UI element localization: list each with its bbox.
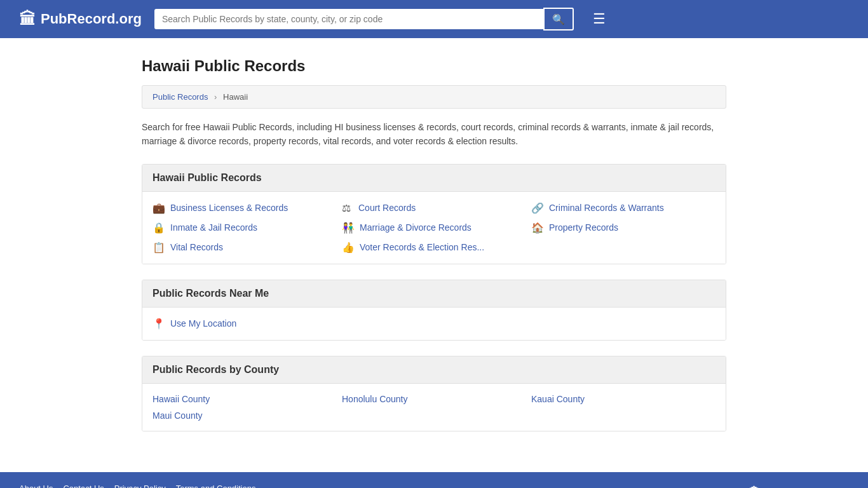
- footer-left: About Us Contact Us Privacy Policy Terms…: [19, 484, 342, 488]
- hamburger-button[interactable]: ☰: [593, 11, 606, 27]
- county-maui[interactable]: Maui County: [153, 410, 337, 421]
- record-vital-label: Vital Records: [170, 242, 223, 252]
- record-business-licenses[interactable]: 💼 Business Licenses & Records: [153, 202, 337, 214]
- record-business-label: Business Licenses & Records: [170, 203, 288, 213]
- link-icon: 🔗: [531, 202, 544, 214]
- record-property-label: Property Records: [549, 222, 618, 233]
- page-description: Search for free Hawaii Public Records, i…: [142, 120, 726, 149]
- county-heading: Public Records by County: [142, 356, 726, 384]
- page-title: Hawaii Public Records: [142, 57, 726, 75]
- footer: About Us Contact Us Privacy Policy Terms…: [0, 472, 868, 488]
- thumbsup-icon: 👍: [342, 241, 355, 254]
- clipboard-icon: 📋: [153, 241, 165, 254]
- hawaii-records-body: 💼 Business Licenses & Records ⚖ Court Re…: [142, 192, 726, 264]
- record-criminal-label: Criminal Records & Warrants: [549, 203, 664, 213]
- logo-icon: 🏛: [19, 10, 36, 29]
- footer-links: About Us Contact Us Privacy Policy Terms…: [19, 484, 342, 488]
- county-grid: Hawaii County Honolulu County Kauai Coun…: [153, 394, 715, 421]
- use-my-location-label: Use My Location: [170, 318, 236, 329]
- near-me-body: 📍 Use My Location: [142, 308, 726, 340]
- house-icon: 🏠: [531, 222, 544, 234]
- record-vital-records[interactable]: 📋 Vital Records: [153, 241, 337, 254]
- county-section: Public Records by County Hawaii County H…: [142, 356, 726, 431]
- couple-icon: 👫: [342, 222, 355, 234]
- record-voter-label: Voter Records & Election Res...: [360, 242, 484, 252]
- breadcrumb: Public Records › Hawaii: [142, 85, 726, 109]
- footer-privacy-link[interactable]: Privacy Policy: [114, 484, 166, 488]
- header: 🏛 PubRecord.org 🔍 ☰: [0, 0, 868, 38]
- logo[interactable]: 🏛 PubRecord.org: [19, 10, 142, 29]
- search-icon: 🔍: [552, 14, 565, 25]
- breadcrumb-separator: ›: [214, 92, 217, 102]
- hamburger-icon: ☰: [593, 11, 606, 27]
- record-criminal-records[interactable]: 🔗 Criminal Records & Warrants: [531, 202, 715, 214]
- scales-icon: ⚖: [342, 202, 353, 214]
- search-bar: 🔍: [154, 8, 574, 30]
- record-inmate-label: Inmate & Jail Records: [170, 222, 257, 233]
- hawaii-records-heading: Hawaii Public Records: [142, 165, 726, 192]
- record-court-records[interactable]: ⚖ Court Records: [342, 202, 526, 214]
- county-kauai[interactable]: Kauai County: [531, 394, 715, 404]
- footer-about-link[interactable]: About Us: [19, 484, 53, 488]
- lock-icon: 🔒: [153, 222, 165, 234]
- use-my-location-link[interactable]: 📍 Use My Location: [153, 318, 715, 330]
- hawaii-records-section: Hawaii Public Records 💼 Business License…: [142, 164, 726, 264]
- near-me-heading: Public Records Near Me: [142, 280, 726, 308]
- footer-contact-link[interactable]: Contact Us: [63, 484, 104, 488]
- search-button[interactable]: 🔍: [543, 8, 574, 30]
- county-hawaii[interactable]: Hawaii County: [153, 394, 337, 404]
- search-input[interactable]: [154, 9, 543, 29]
- breadcrumb-current: Hawaii: [223, 92, 248, 102]
- county-body: Hawaii County Honolulu County Kauai Coun…: [142, 384, 726, 431]
- logo-text: PubRecord.org: [41, 11, 142, 27]
- record-marriage-label: Marriage & Divorce Records: [360, 222, 471, 233]
- record-court-label: Court Records: [358, 203, 416, 213]
- footer-terms-link[interactable]: Terms and Conditions: [176, 484, 256, 488]
- record-marriage-records[interactable]: 👫 Marriage & Divorce Records: [342, 222, 526, 234]
- records-grid: 💼 Business Licenses & Records ⚖ Court Re…: [153, 202, 715, 254]
- record-voter-records[interactable]: 👍 Voter Records & Election Res...: [342, 241, 526, 254]
- near-me-section: Public Records Near Me 📍 Use My Location: [142, 280, 726, 341]
- record-inmate-records[interactable]: 🔒 Inmate & Jail Records: [153, 222, 337, 234]
- location-icon: 📍: [153, 318, 165, 330]
- breadcrumb-parent-link[interactable]: Public Records: [153, 92, 208, 102]
- county-honolulu[interactable]: Honolulu County: [342, 394, 526, 404]
- main-content: Hawaii Public Records Public Records › H…: [129, 38, 739, 466]
- record-property-records[interactable]: 🏠 Property Records: [531, 222, 715, 234]
- briefcase-icon: 💼: [153, 202, 165, 214]
